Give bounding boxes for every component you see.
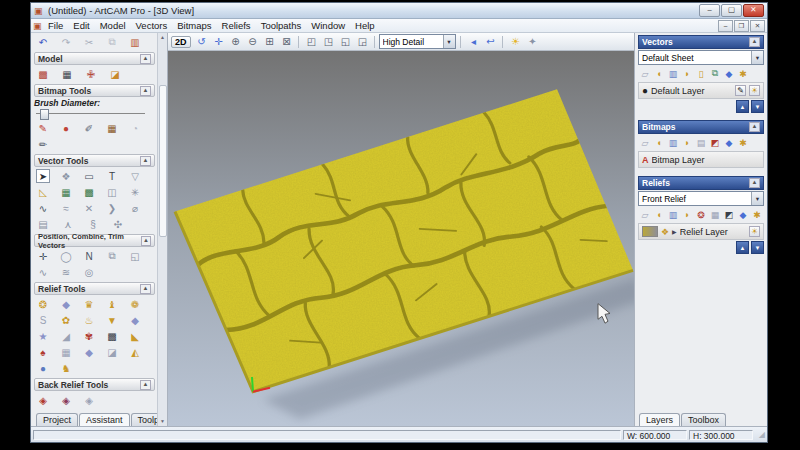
resize-grip-icon[interactable]: ◢ <box>755 430 765 439</box>
transform-vectors-icon[interactable]: ❖ <box>59 169 73 183</box>
import-relief-icon[interactable]: ◗ <box>681 209 693 221</box>
arc-icon[interactable]: ❯ <box>105 201 119 215</box>
move-relief-down-button[interactable]: ▼ <box>751 241 764 254</box>
mdi-close-button[interactable]: ✕ <box>750 20 765 32</box>
shape-editor-icon[interactable]: ❂ <box>36 297 50 311</box>
fade-relief-icon[interactable]: ▼ <box>105 313 119 327</box>
tab-toolpaths[interactable]: Toolpaths <box>131 413 157 426</box>
merge-relief-layers-icon[interactable]: ✱ <box>751 209 763 221</box>
chevron-down-icon[interactable]: ▼ <box>751 51 763 64</box>
menu-bitmaps[interactable]: Bitmaps <box>172 20 216 31</box>
cushion-icon[interactable]: ◆ <box>82 345 96 359</box>
dome-relief-icon[interactable]: ◆ <box>128 313 142 327</box>
greyscale-bitmap-icon[interactable]: ▤ <box>695 137 707 149</box>
create-back-relief-icon[interactable]: ◈ <box>36 393 50 407</box>
collapse-icon[interactable]: ▲ <box>140 86 151 96</box>
machine-relief-icon[interactable]: ✙ <box>84 67 98 81</box>
star-relief-icon[interactable]: ★ <box>36 329 50 343</box>
menu-help[interactable]: Help <box>350 20 380 31</box>
reliefs-panel-header[interactable]: Reliefs ▲ <box>638 176 764 190</box>
bridge-icon[interactable]: ⋏ <box>61 217 75 231</box>
wrap-text-icon[interactable]: § <box>86 217 100 231</box>
relief-layer-row[interactable]: ❖ ▶ Relief Layer ☀ <box>638 223 764 240</box>
tab-project[interactable]: Project <box>36 413 78 426</box>
zoom-extents-icon[interactable]: ⊠ <box>280 35 294 49</box>
open-relief-layer-icon[interactable]: ◖ <box>653 209 665 221</box>
measure-icon[interactable]: ◺ <box>36 185 50 199</box>
move-relief-up-button[interactable]: ▲ <box>736 241 749 254</box>
left-panel-scrollbar[interactable]: ▲ ▼ <box>157 33 167 426</box>
collapse-icon[interactable]: ▲ <box>141 236 151 246</box>
zoom-out-icon[interactable]: ⊖ <box>246 35 260 49</box>
vectors-panel-header[interactable]: Vectors ▲ <box>638 35 764 49</box>
save-vector-layer-icon[interactable]: ▥ <box>667 68 679 80</box>
create-polygon-icon[interactable]: ▽ <box>128 169 142 183</box>
move-layer-up-button[interactable]: ▲ <box>736 100 749 113</box>
notes-icon[interactable]: ◪ <box>108 67 122 81</box>
sphere-texture-icon[interactable]: ● <box>36 361 50 375</box>
texture-relief-icon[interactable]: ▩ <box>105 329 119 343</box>
node-editing-icon[interactable]: ✕ <box>82 201 96 215</box>
delete-relief-layer-icon[interactable]: ◆ <box>737 209 749 221</box>
collapse-icon[interactable]: ▲ <box>140 284 151 294</box>
spiral-icon[interactable]: ◎ <box>82 265 96 279</box>
create-polyline-icon[interactable]: ∿ <box>36 201 50 215</box>
collapse-icon[interactable]: ▲ <box>749 122 760 132</box>
bitmaps-panel-header[interactable]: Bitmaps ▲ <box>638 120 764 134</box>
wrap-weave-icon[interactable]: ▦ <box>59 345 73 359</box>
transform-relief-icon[interactable]: ❖ <box>661 227 669 237</box>
3d-viewport[interactable] <box>168 51 634 426</box>
nrs-text-icon[interactable]: N <box>82 249 96 263</box>
paint-icon[interactable]: ✎ <box>36 121 50 135</box>
tab-layers[interactable]: Layers <box>639 413 680 426</box>
menu-file[interactable]: File <box>43 20 68 31</box>
swirl-icon[interactable]: ✾ <box>82 329 96 343</box>
greyscale-view-icon[interactable]: ✦ <box>526 35 540 49</box>
section-header-model[interactable]: Model ▲ <box>34 52 155 65</box>
new-bitmap-layer-icon[interactable]: ▱ <box>639 137 651 149</box>
move-layer-down-button[interactable]: ▼ <box>751 100 764 113</box>
scroll-up-icon[interactable]: ▲ <box>158 33 167 42</box>
offset-vectors-icon[interactable]: ▤ <box>36 217 50 231</box>
section-header-position-combine[interactable]: Position, Combine, Trim Vectors ▲ <box>34 234 155 247</box>
mirror-vectors-icon[interactable]: ◫ <box>105 185 119 199</box>
collapse-icon[interactable]: ▲ <box>140 380 151 390</box>
mdi-restore-button[interactable]: ❐ <box>734 20 749 32</box>
section-header-back-relief-tools[interactable]: Back Relief Tools ▲ <box>34 378 155 391</box>
vector-layer-name[interactable]: Default Layer <box>651 86 718 96</box>
slider-thumb[interactable] <box>40 109 49 120</box>
layer-edit-icon[interactable]: ✎ <box>735 85 746 96</box>
layer-visible-icon[interactable]: ☀ <box>749 85 760 96</box>
undo-icon[interactable]: ↶ <box>36 35 50 49</box>
brush-diameter-slider[interactable] <box>36 109 153 118</box>
scroll-down-icon[interactable]: ▼ <box>158 417 167 426</box>
relief-layer-name[interactable]: Relief Layer <box>680 227 746 237</box>
delete-vector-layer-icon[interactable]: ◆ <box>723 68 735 80</box>
colour-reduce-icon[interactable]: ◩ <box>709 137 721 149</box>
menu-window[interactable]: Window <box>306 20 350 31</box>
minimize-button[interactable]: – <box>699 4 720 17</box>
merge-bitmap-layers-icon[interactable]: ✱ <box>737 137 749 149</box>
pillow-relief-icon[interactable]: ◆ <box>59 297 73 311</box>
open-bitmap-layer-icon[interactable]: ◖ <box>653 137 665 149</box>
centre-in-page-icon[interactable]: ✛ <box>36 249 50 263</box>
set-model-size-icon[interactable]: ▩ <box>36 67 50 81</box>
align-circle-icon[interactable]: ◯ <box>59 249 73 263</box>
angle-relief-icon[interactable]: ◣ <box>128 329 142 343</box>
iso-view-2-icon[interactable]: ◳ <box>322 35 336 49</box>
detail-level-combo[interactable]: High Detail ▼ <box>379 34 456 49</box>
bitmap-layer-name[interactable]: Bitmap Layer <box>652 155 761 165</box>
collapse-icon[interactable]: ▲ <box>140 54 151 64</box>
sculpting-icon[interactable]: S <box>36 313 50 327</box>
draw-icon[interactable]: ✏ <box>36 137 50 151</box>
delete-bitmap-layer-icon[interactable]: ◆ <box>723 137 735 149</box>
reset-back-relief-icon[interactable]: ◈ <box>82 393 96 407</box>
menu-edit[interactable]: Edit <box>68 20 94 31</box>
turn-icon[interactable]: ♨ <box>82 313 96 327</box>
section-header-relief-tools[interactable]: Relief Tools ▲ <box>34 282 155 295</box>
sheet-combo[interactable]: Default Sheet ▼ <box>638 50 764 65</box>
create-rectangle-icon[interactable]: ▭ <box>82 169 96 183</box>
select-vectors-icon[interactable]: ➤ <box>36 169 50 183</box>
duplicate-relief-icon[interactable]: ❂ <box>695 209 707 221</box>
redo-icon[interactable]: ↷ <box>59 35 73 49</box>
